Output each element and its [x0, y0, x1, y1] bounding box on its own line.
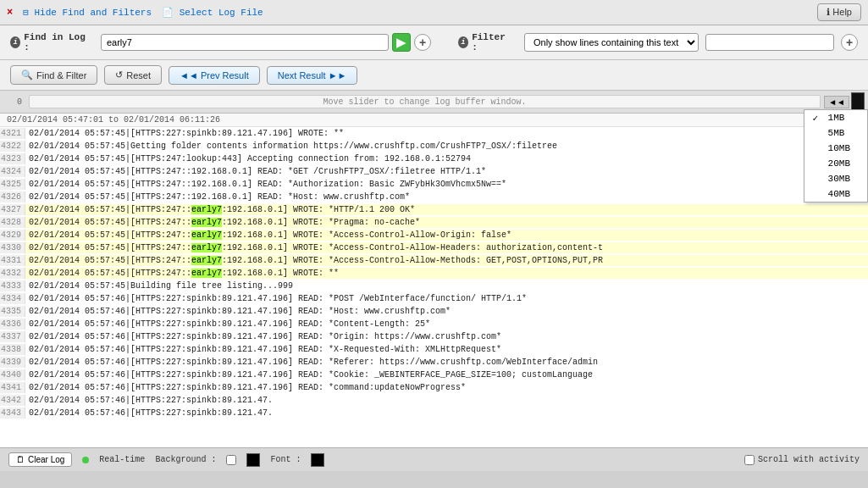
- search-icon: 🔍: [21, 69, 33, 80]
- scroll-activity-checkbox[interactable]: [744, 455, 755, 465]
- log-line-text: 02/01/2014 05:57:45|[HTTPS:247::early7:1…: [25, 255, 868, 266]
- find-input[interactable]: [101, 34, 389, 51]
- table-row: 432102/01/2014 05:57:45|[HTTPS:227:spink…: [0, 127, 868, 140]
- line-number: 4327: [0, 204, 25, 215]
- filter-input[interactable]: [705, 34, 834, 51]
- buffer-option-10mb[interactable]: 10MB: [804, 141, 867, 156]
- filter-info-icon: i: [458, 36, 468, 48]
- line-number: 4340: [0, 369, 25, 380]
- top-bar-left: × ⊟ Hide Find and Filters 📄 Select Log F…: [7, 7, 263, 19]
- font-label: Font :: [270, 455, 301, 464]
- find-go-button[interactable]: ▶: [392, 33, 411, 52]
- table-row: 432702/01/2014 05:57:45|[HTTPS:247::earl…: [0, 203, 868, 216]
- buffer-option-5mb[interactable]: 5MB: [804, 125, 867, 141]
- log-line-text: 02/01/2014 05:57:46|[HTTPS:227:spinkb:89…: [25, 293, 868, 304]
- log-line-text: 02/01/2014 05:57:45|Getting folder conte…: [25, 141, 868, 152]
- table-row: 433802/01/2014 05:57:46|[HTTPS:227:spink…: [0, 343, 868, 356]
- log-line-text: 02/01/2014 05:57:45|[HTTPS:247::192.168.…: [25, 166, 868, 177]
- line-number: 4322: [0, 141, 25, 152]
- log-line-text: 02/01/2014 05:57:45|[HTTPS:247::early7:1…: [25, 204, 868, 215]
- log-line-text: 02/01/2014 05:57:45|[HTTPS:247:lookup:44…: [25, 153, 868, 164]
- buffer-option-40mb[interactable]: 40MB: [804, 186, 867, 202]
- log-line-text: 02/01/2014 05:57:45|[HTTPS:227:spinkb:89…: [25, 128, 868, 139]
- table-row: 433602/01/2014 05:57:46|[HTTPS:227:spink…: [0, 318, 868, 330]
- line-number: 4338: [0, 344, 25, 355]
- log-scroll-area[interactable]: 432102/01/2014 05:57:45|[HTTPS:227:spink…: [0, 127, 868, 447]
- log-line-text: 02/01/2014 05:57:46|[HTTPS:227:spinkb:89…: [25, 344, 868, 355]
- help-button[interactable]: ℹ Help: [817, 3, 861, 21]
- filter-type-dropdown[interactable]: Only show lines containing this textHide…: [524, 33, 699, 52]
- table-row: 433702/01/2014 05:57:46|[HTTPS:227:spink…: [0, 330, 868, 343]
- filter-label: i Filter :: [458, 32, 511, 53]
- table-row: 434102/01/2014 05:57:46|[HTTPS:227:spink…: [0, 381, 868, 394]
- realtime-label: Real-time: [99, 455, 145, 464]
- table-row: 433202/01/2014 05:57:45|[HTTPS:247::earl…: [0, 267, 868, 280]
- clear-log-button[interactable]: 🗒 Clear Log: [8, 452, 72, 467]
- line-number: 4334: [0, 293, 25, 304]
- buffer-option-1mb[interactable]: 1MB: [804, 110, 867, 125]
- log-line-text: 02/01/2014 05:57:45|[HTTPS:247::early7:1…: [25, 268, 868, 279]
- log-lines-container: 432102/01/2014 05:57:45|[HTTPS:227:spink…: [0, 127, 868, 419]
- line-number: 4341: [0, 382, 25, 393]
- table-row: 432202/01/2014 05:57:45|Getting folder c…: [0, 140, 868, 152]
- table-row: 434202/01/2014 05:57:46|[HTTPS:227:spink…: [0, 394, 868, 407]
- log-slider[interactable]: Move slider to change log buffer window.: [29, 95, 821, 108]
- line-number: 0: [0, 97, 25, 107]
- find-label: i Find in Log :: [10, 32, 87, 53]
- log-line-text: 02/01/2014 05:57:45|Building file tree l…: [25, 280, 868, 291]
- table-row: 432402/01/2014 05:57:45|[HTTPS:247::192.…: [0, 165, 868, 178]
- line-number: 4333: [0, 280, 25, 291]
- slider-back-button[interactable]: ◄◄: [824, 96, 849, 108]
- line-number: 4321: [0, 128, 25, 139]
- table-row: 432602/01/2014 05:57:45|[HTTPS:247::192.…: [0, 191, 868, 203]
- filter-add-button[interactable]: +: [841, 34, 858, 51]
- line-number: 4326: [0, 191, 25, 202]
- log-line-text: 02/01/2014 05:57:45|[HTTPS:247::early7:1…: [25, 230, 868, 241]
- table-row: 433002/01/2014 05:57:45|[HTTPS:247::earl…: [0, 241, 868, 254]
- log-line-text: 02/01/2014 05:57:45|[HTTPS:247::192.168.…: [25, 191, 868, 202]
- log-line-text: 02/01/2014 05:57:46|[HTTPS:227:spinkb:89…: [25, 408, 868, 419]
- font-color-swatch[interactable]: [246, 453, 260, 467]
- slider-right-buttons: ◄◄: [824, 92, 868, 111]
- hide-icon: ⊟: [23, 8, 29, 18]
- slider-row: 0 Move slider to change log buffer windo…: [0, 91, 868, 114]
- find-filter-button[interactable]: 🔍 Find & Filter: [10, 65, 97, 85]
- buffer-option-20mb[interactable]: 20MB: [804, 156, 867, 171]
- top-bar: × ⊟ Hide Find and Filters 📄 Select Log F…: [0, 0, 868, 25]
- line-number: 4330: [0, 242, 25, 253]
- log-container: 0 Move slider to change log buffer windo…: [0, 91, 868, 447]
- font-text-color-swatch[interactable]: [311, 453, 324, 467]
- table-row: 433302/01/2014 05:57:45|Building file tr…: [0, 280, 868, 292]
- find-add-button[interactable]: +: [414, 34, 431, 51]
- log-line-text: 02/01/2014 05:57:46|[HTTPS:227:spinkb:89…: [25, 369, 868, 380]
- find-info-icon: i: [10, 36, 20, 48]
- table-row: 432302/01/2014 05:57:45|[HTTPS:247:looku…: [0, 152, 868, 165]
- hide-find-filters-link[interactable]: ⊟ Hide Find and Filters: [23, 7, 152, 18]
- log-line-text: 02/01/2014 05:57:45|[HTTPS:247::192.168.…: [25, 179, 868, 190]
- select-log-file-link[interactable]: 📄 Select Log File: [162, 7, 263, 18]
- file-icon: 📄: [162, 8, 174, 18]
- line-number: 4342: [0, 395, 25, 406]
- table-row: 432502/01/2014 05:57:45|[HTTPS:247::192.…: [0, 178, 868, 191]
- find-input-group: ▶ +: [101, 33, 431, 52]
- log-line-text: 02/01/2014 05:57:46|[HTTPS:227:spinkb:89…: [25, 306, 868, 317]
- buffer-option-30mb[interactable]: 30MB: [804, 171, 867, 186]
- buffer-menu-button[interactable]: [851, 92, 865, 111]
- reset-button[interactable]: ↺ Reset: [104, 65, 162, 85]
- background-label: Background :: [155, 455, 216, 464]
- clear-icon: 🗒: [16, 455, 25, 464]
- line-number: 4332: [0, 268, 25, 279]
- line-number: 4325: [0, 179, 25, 190]
- line-number: 4336: [0, 319, 25, 330]
- find-filter-row: i Find in Log : ▶ + i Filter : Only show…: [10, 32, 858, 53]
- prev-result-button[interactable]: ◄◄ Prev Result: [169, 66, 260, 85]
- line-number: 4331: [0, 255, 25, 266]
- find-filter-section: i Find in Log : ▶ + i Filter : Only show…: [0, 25, 868, 60]
- background-checkbox[interactable]: [226, 455, 236, 465]
- line-number: 4335: [0, 306, 25, 317]
- line-number: 4329: [0, 230, 25, 241]
- reset-icon: ↺: [115, 69, 123, 80]
- close-button[interactable]: ×: [7, 7, 13, 19]
- next-result-button[interactable]: Next Result ►►: [267, 66, 358, 85]
- table-row: 434002/01/2014 05:57:46|[HTTPS:227:spink…: [0, 369, 868, 381]
